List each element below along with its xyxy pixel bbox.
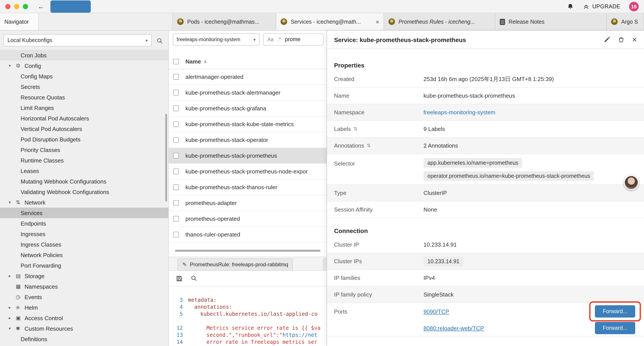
sidebar-item-endpoints[interactable]: Endpoints — [0, 218, 168, 229]
row-checkbox[interactable] — [173, 184, 179, 190]
sidebar-search-icon[interactable] — [154, 35, 165, 46]
row-checkbox[interactable] — [173, 137, 179, 143]
row-checkbox[interactable] — [173, 106, 179, 111]
table-row[interactable]: kube-prometheus-stack-thanos-ruler — [169, 180, 326, 195]
table-row[interactable]: kube-prometheus-stack-grafana — [169, 101, 326, 116]
sidebar-item-port-forwarding[interactable]: Port Forwarding — [0, 260, 168, 271]
sidebar-item-network-policies[interactable]: Network Policies — [0, 250, 168, 260]
regex-toggle[interactable]: .* — [278, 37, 281, 42]
delete-trash-icon[interactable] — [618, 36, 624, 43]
save-icon[interactable] — [176, 275, 183, 282]
kubeconfig-select[interactable]: Local Kubeconfigs ▾ — [4, 34, 152, 46]
table-row[interactable]: prometheus-adapter — [169, 195, 326, 211]
table-row[interactable]: prometheus-operated — [169, 211, 326, 227]
row-checkbox[interactable] — [173, 169, 179, 174]
editor-search-icon[interactable] — [191, 275, 197, 282]
row-checkbox[interactable] — [173, 90, 179, 95]
sidebar-item-namespaces[interactable]: ▦Namespaces — [0, 281, 168, 292]
sidebar-item-leases[interactable]: Leases — [0, 166, 168, 176]
table-row[interactable]: kube-prometheus-stack-kube-state-metrics — [169, 116, 326, 132]
table-row[interactable]: kube-prometheus-stack-alertmanager — [169, 85, 326, 101]
notifications-bell-icon[interactable] — [567, 3, 574, 10]
sidebar-item-config-maps[interactable]: Config Maps — [0, 71, 168, 81]
sidebar-item-ingresses[interactable]: Ingresses — [0, 229, 168, 239]
search-input[interactable]: Aa .* prome — [263, 33, 324, 45]
detail-title: Service: kube-prometheus-stack-prometheu… — [334, 36, 466, 43]
upgrade-button[interactable]: UPGRADE — [582, 3, 620, 10]
sidebar-item-secrets[interactable]: Secrets — [0, 81, 168, 92]
field-label: Session Affinity — [334, 206, 424, 213]
chevron-right-icon[interactable]: ▸ — [9, 274, 16, 278]
chevron-down-icon[interactable]: ▾ — [9, 200, 16, 205]
close-panel-icon[interactable]: × — [632, 35, 637, 44]
row-checkbox[interactable] — [173, 74, 179, 80]
name-column-header[interactable]: Name — [186, 58, 201, 65]
forward-button-8080[interactable]: Forward... — [595, 322, 635, 334]
namespace-link[interactable]: freeleaps-monitoring-system — [424, 109, 496, 116]
table-row-selected[interactable]: kube-prometheus-stack-prometheus — [169, 148, 326, 164]
navigator-panel-tab[interactable]: Navigator — [0, 13, 38, 30]
table-row[interactable]: kube-prometheus-stack-operator — [169, 132, 326, 148]
tab-argo[interactable]: Argo S — [607, 13, 644, 30]
row-checkbox[interactable] — [173, 200, 179, 206]
forward-button[interactable]: → — [50, 0, 91, 12]
sidebar-item-ingress-classes[interactable]: Ingress Classes — [0, 239, 168, 250]
sidebar-item-cron-jobs[interactable]: Cron Jobs — [0, 50, 168, 60]
edit-pencil-icon[interactable] — [604, 36, 610, 43]
table-row[interactable]: alertmanager-operated — [169, 69, 326, 85]
sidebar-item-mutating-webhook-configurations[interactable]: Mutating Webhook Configurations — [0, 176, 168, 187]
tab-pods[interactable]: Pods - icecheng@mathmas... — [173, 13, 276, 30]
sidebar-item-limit-ranges[interactable]: Limit Ranges — [0, 102, 168, 113]
select-all-checkbox[interactable] — [173, 59, 179, 64]
back-button[interactable]: ← — [38, 3, 44, 10]
sidebar-item-priority-classes[interactable]: Priority Classes — [0, 145, 168, 155]
table-row[interactable]: kube-prometheus-stack-prometheus-node-ex… — [169, 164, 326, 180]
chevron-down-icon[interactable]: ▾ — [9, 326, 16, 331]
close-window-button[interactable] — [5, 4, 10, 9]
maximize-window-button[interactable] — [23, 4, 28, 9]
minimize-window-button[interactable] — [14, 4, 19, 9]
tab-prometheus-rules[interactable]: Prometheus Rules - icecheng... — [384, 13, 496, 30]
sidebar-item-pod-disruption-budgets[interactable]: Pod Disruption Budgets — [0, 134, 168, 145]
row-checkbox[interactable] — [173, 216, 179, 222]
close-tab-icon[interactable]: × — [376, 19, 379, 25]
sidebar-item-vertical-pod-autoscalers[interactable]: Vertical Pod Autoscalers — [0, 123, 168, 134]
port-link-8080-reloader-web[interactable]: 8080:reloader-web/TCP — [424, 325, 484, 331]
notification-count-badge[interactable]: 15 — [629, 1, 639, 11]
sidebar-item-custom-resources[interactable]: ▾✱Custom Resources — [0, 323, 168, 334]
sidebar-item-events[interactable]: ◷Events — [0, 292, 168, 302]
row-checkbox[interactable] — [173, 121, 179, 127]
sidebar-item-horizontal-pod-autoscalers[interactable]: Horizontal Pod Autoscalers — [0, 113, 168, 123]
expand-collapse-icon[interactable]: ⇅ — [367, 143, 371, 148]
sort-ascending-icon[interactable]: ∧ — [204, 59, 207, 64]
port-link-9090[interactable]: 9090/TCP — [424, 308, 449, 315]
chevron-right-icon[interactable]: ▸ — [9, 305, 16, 310]
sidebar-scrollbar[interactable] — [165, 114, 167, 201]
tab-services[interactable]: Services - icecheng@math... × — [276, 13, 384, 30]
row-checkbox[interactable] — [173, 232, 179, 237]
namespace-select[interactable]: freeleaps-monitoring-system ▾ — [173, 33, 260, 45]
row-checkbox[interactable] — [173, 153, 179, 159]
yaml-editor[interactable]: 3metadata: 4annotations: 5kubectl.kubern… — [169, 287, 326, 346]
sidebar-item-config[interactable]: ▾⚙Config — [0, 60, 168, 71]
chevron-down-icon[interactable]: ▾ — [9, 63, 16, 68]
sidebar-item-runtime-classes[interactable]: Runtime Classes — [0, 155, 168, 166]
tab-release-notes[interactable]: Release Notes — [496, 13, 607, 30]
field-label: Created — [334, 76, 424, 82]
table-row[interactable]: thanos-ruler-operated — [169, 227, 326, 243]
sidebar-item-validating-webhook-configurations[interactable]: Validating Webhook Configurations — [0, 187, 168, 197]
sidebar-item-definitions[interactable]: Definitions — [0, 334, 168, 344]
sidebar-item-storage[interactable]: ▸▤Storage — [0, 271, 168, 281]
sidebar-item-network[interactable]: ▾⇅Network — [0, 197, 168, 208]
sidebar-item-helm[interactable]: ▸⎈Helm — [0, 302, 168, 313]
expand-collapse-icon[interactable]: ⇅ — [354, 126, 358, 132]
chevron-right-icon[interactable]: ▸ — [9, 316, 16, 320]
sidebar-item-resource-quotas[interactable]: Resource Quotas — [0, 92, 168, 102]
sidebar-item-services[interactable]: Services — [0, 208, 168, 218]
avatar[interactable] — [624, 175, 639, 190]
sidebar-item-access-control[interactable]: ▸▣Access Control — [0, 313, 168, 323]
match-case-toggle[interactable]: Aa — [268, 37, 274, 42]
tab-bar: Navigator Pods - icecheng@mathmas... Ser… — [0, 13, 644, 31]
horizontal-scrollbar[interactable] — [175, 250, 320, 252]
dock-tab-prometheusrule[interactable]: ✎ PrometheusRule: freeleaps-prod-rabbitm… — [178, 258, 293, 271]
